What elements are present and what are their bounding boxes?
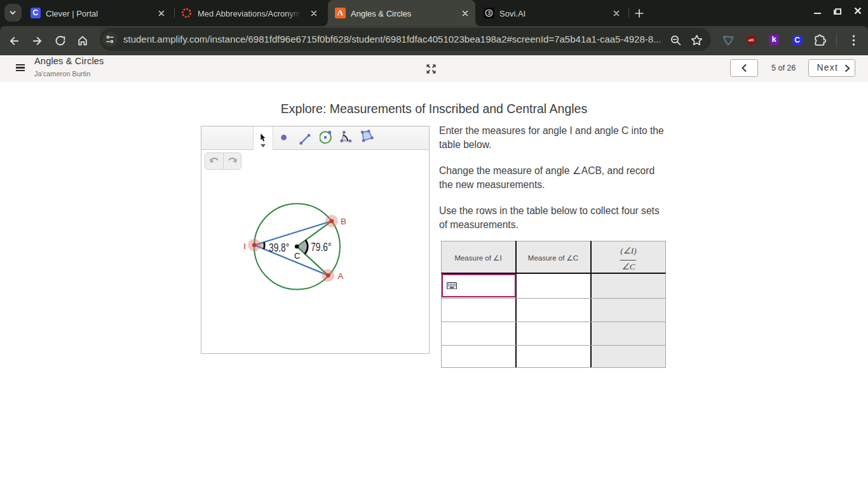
svg-text:C: C	[294, 251, 300, 261]
svg-text:I: I	[243, 241, 246, 251]
svg-text:39.8°: 39.8°	[269, 241, 289, 254]
svg-text:uO: uO	[749, 37, 754, 41]
svg-text:B: B	[341, 217, 346, 226]
svg-text:79.6°: 79.6°	[311, 241, 331, 254]
svg-text:A: A	[337, 271, 343, 281]
